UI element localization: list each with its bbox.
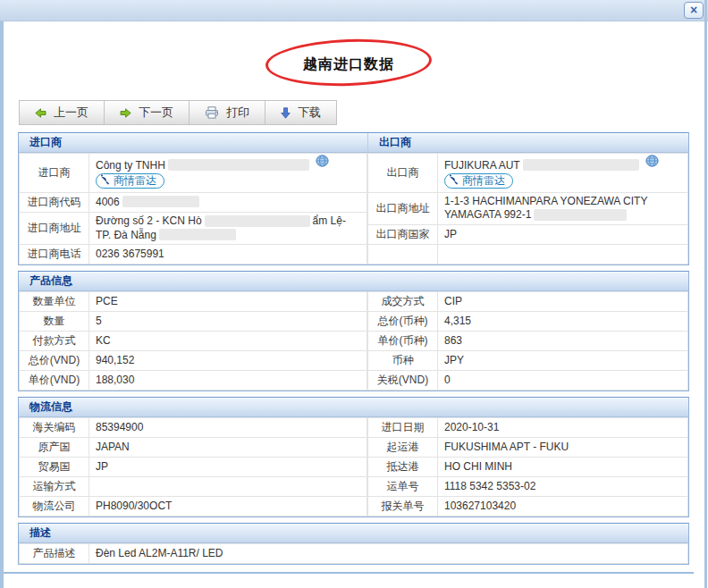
field-value: 5 [89,312,367,332]
table-row: 海关编码85394900 [20,418,367,438]
globe-icon[interactable] [316,155,329,171]
business-radar-badge[interactable]: 商情雷达 [444,173,513,189]
badge-label: 商情雷达 [114,174,156,188]
field-value: KC [89,332,367,351]
exporter-header: 出口商 [367,133,688,152]
table-row [368,245,688,265]
product-table-left: 数量单位PCE 数量5 付款方式KC 总价(VND)940,152 单价(VND… [19,291,367,391]
title-zone: 越南进口数据 [4,21,694,98]
field-value: 85394900 [89,418,367,438]
field-label: 出口商 [368,154,438,193]
field-label: 运输方式 [20,477,89,497]
globe-icon[interactable] [645,155,659,171]
prev-page-label: 上一页 [54,105,88,121]
logistics-table-left: 海关编码85394900 原产国JAPAN 贸易国JP 运输方式 物流公司PH8… [19,417,367,517]
section-description: 描述 产品描述 Đèn Led AL2M-A11R/ LED [18,523,689,565]
field-label: 原产国 [20,438,89,458]
left-arrow-icon [35,108,46,118]
field-value [89,477,367,497]
table-row: 物流公司PH8090/30OCT [20,497,367,517]
table-row: 关税(VND)0 [368,371,688,391]
download-label: 下载 [298,105,321,121]
table-row: 进口日期2020-10-31 [368,418,688,438]
table-row: 进口商 Công ty TNHH [20,154,367,193]
field-label: 进口商地址 [20,213,89,245]
print-label: 打印 [226,105,249,121]
importer-name: Công ty TNHH [96,159,165,172]
field-label: 海关编码 [20,418,89,438]
business-radar-badge[interactable]: 商情雷达 [96,173,164,189]
table-row: 进口商电话 0236 3675991 [20,245,367,265]
next-page-button[interactable]: 下一页 [105,101,190,124]
table-row: 付款方式KC [20,332,367,351]
parties-header: 进口商 出口商 [19,133,688,153]
field-label: 单价(VND) [20,371,89,391]
next-page-label: 下一页 [139,105,173,121]
field-label: 数量 [20,312,89,332]
field-value: Đèn Led AL2M-A11R/ LED [89,544,688,564]
importer-table: 进口商 Công ty TNHH [19,153,367,265]
table-row: 单价(币种)863 [368,332,688,351]
table-row: 总价(VND)940,152 [20,351,367,371]
redacted-text [523,159,639,171]
table-row: 贸易国JP [20,458,367,477]
field-label: 运单号 [368,477,438,497]
redacted-text [168,159,309,171]
field-label: 币种 [368,351,438,371]
field-value: 0 [438,371,688,391]
field-label: 贸易国 [20,458,89,477]
product-header: 产品信息 [19,272,688,291]
field-label: 出口商地址 [368,193,438,225]
section-parties: 进口商 出口商 进口商 Công ty TNHH [18,132,689,265]
field-label: 进口商代码 [20,193,89,213]
section-product: 产品信息 数量单位PCE 数量5 付款方式KC 总价(VND)940,152 单… [18,271,689,391]
exporter-name: FUJIKURA AUT [444,159,520,172]
dialog-body: 越南进口数据 上一页 下一页 [0,21,708,588]
field-value: 0236 3675991 [89,245,367,265]
table-row: 进口商代码 4006 [20,193,367,213]
field-label: 付款方式 [20,332,89,351]
logistics-table-right: 进口日期2020-10-31 起运港FUKUSHIMA APT - FUKU 抵… [367,417,688,517]
table-row: 出口商 FUJIKURA AUT [368,154,688,193]
radar-icon [100,174,111,189]
logistics-header: 物流信息 [19,398,688,417]
table-row: 总价(币种)4,315 [368,312,688,332]
description-header: 描述 [19,524,688,543]
field-label [368,245,438,265]
table-row: 运输方式 [20,477,367,497]
table-row: 运单号1118 5342 5353-02 [368,477,688,497]
badge-label: 商情雷达 [462,174,505,188]
table-row: 出口商地址 1-1-3 HACHIMANPARA YONEZAWA CITY Y… [368,193,688,225]
report-content: 越南进口数据 上一页 下一页 [4,21,694,574]
field-value: JPY [438,351,688,371]
table-row: 起运港FUKUSHIMA APT - FUKU [368,438,688,458]
dialog-titlebar: × [0,0,708,21]
field-value: JP [89,458,367,477]
download-button[interactable]: 下载 [266,101,336,124]
field-label: 数量单位 [20,292,89,312]
redacted-text [534,209,627,221]
field-label: 进口商电话 [20,245,89,265]
field-value: 1-1-3 HACHIMANPARA YONEZAWA CITY YAMAGAT… [438,193,688,225]
description-table: 产品描述 Đèn Led AL2M-A11R/ LED [19,543,688,564]
download-arrow-icon [281,107,291,119]
field-value: 188,030 [89,371,367,391]
table-row: 币种JPY [368,351,688,371]
toolbar: 上一页 下一页 打印 [19,100,337,125]
field-label: 进口日期 [368,418,438,438]
field-value: PH8090/30OCT [89,497,367,517]
print-button[interactable]: 打印 [190,101,266,124]
table-row: 单价(VND)188,030 [20,371,367,391]
table-row: 进口商地址 Đường số 2 - KCN Hòẩm Lệ- TP. Đà N… [20,213,367,245]
redacted-text [159,229,236,240]
close-button[interactable]: × [684,2,704,19]
field-value: 4006 [89,193,367,213]
field-value: Đường số 2 - KCN Hòẩm Lệ- TP. Đà Nẵng [89,213,367,245]
table-row: 数量5 [20,312,367,332]
field-label: 关税(VND) [368,371,438,391]
product-table-right: 成交方式CIP 总价(币种)4,315 单价(币种)863 币种JPY 关税(V… [367,291,688,391]
field-label: 进口商 [20,154,89,193]
printer-icon [205,106,219,119]
prev-page-button[interactable]: 上一页 [20,101,105,124]
field-value: JP [438,225,688,245]
